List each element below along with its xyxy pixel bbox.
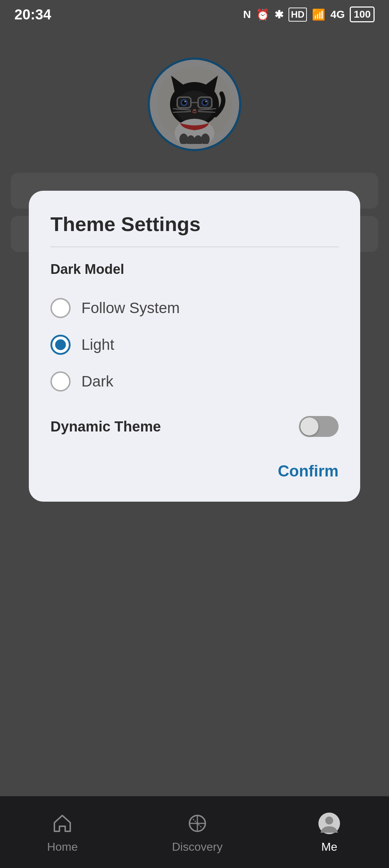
bluetooth-icon: ✱ [274, 8, 283, 21]
radio-label-dark: Dark [81, 373, 113, 390]
radio-circle-dark [50, 371, 71, 392]
dynamic-theme-label: Dynamic Theme [50, 419, 161, 435]
status-icons: N ⏰ ✱ HD 📶 4G 100 [243, 6, 375, 22]
nav-item-discovery[interactable]: Discovery [172, 811, 222, 854]
signal-icon: 4G [330, 8, 345, 21]
nfc-icon: N [243, 8, 251, 21]
nav-label-home: Home [47, 840, 78, 854]
home-icon [50, 811, 75, 836]
discovery-icon [185, 811, 210, 836]
radio-label-follow-system: Follow System [81, 299, 180, 317]
alarm-icon: ⏰ [256, 8, 269, 21]
hd-icon: HD [289, 8, 307, 22]
radio-label-light: Light [81, 336, 114, 353]
svg-point-30 [325, 817, 333, 824]
radio-option-light[interactable]: Light [50, 328, 339, 361]
dynamic-theme-toggle[interactable] [299, 416, 339, 437]
battery-icon: 100 [350, 6, 375, 22]
theme-settings-modal: Theme Settings Dark Model Follow System … [29, 191, 360, 502]
modal-divider [50, 247, 339, 247]
radio-circle-follow-system [50, 298, 71, 318]
bottom-nav: Home Discovery Me [0, 796, 389, 868]
dynamic-theme-row: Dynamic Theme [50, 416, 339, 437]
nav-label-discovery: Discovery [172, 840, 222, 854]
radio-option-dark[interactable]: Dark [50, 365, 339, 398]
status-bar: 20:34 N ⏰ ✱ HD 📶 4G 100 [0, 0, 389, 29]
me-icon [317, 811, 342, 836]
status-time: 20:34 [14, 6, 51, 23]
nav-item-home[interactable]: Home [47, 811, 78, 854]
modal-footer: Confirm [50, 458, 339, 484]
modal-title: Theme Settings [50, 212, 339, 236]
radio-option-follow-system[interactable]: Follow System [50, 291, 339, 325]
radio-circle-light [50, 335, 71, 355]
wifi-icon: 📶 [312, 8, 325, 21]
toggle-knob [300, 417, 318, 435]
confirm-button[interactable]: Confirm [278, 458, 339, 484]
radio-group: Follow System Light Dark [50, 291, 339, 398]
dark-model-label: Dark Model [50, 262, 339, 277]
nav-item-me[interactable]: Me [317, 811, 342, 854]
radio-inner-light [55, 339, 66, 350]
nav-label-me: Me [321, 840, 337, 854]
